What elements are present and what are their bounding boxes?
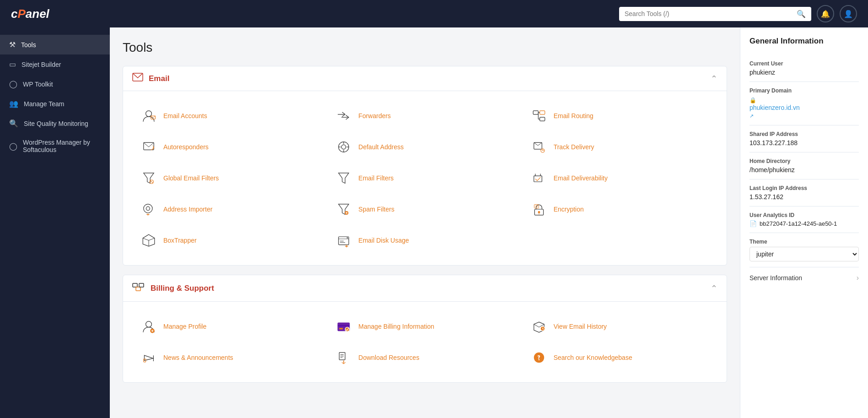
billing-section-toggle[interactable]: ⌃ xyxy=(711,283,717,293)
email-section-icon xyxy=(132,73,143,84)
tool-email-accounts[interactable]: Email Accounts xyxy=(132,100,327,131)
sidebar: ⚒ Tools ▭ Sitejet Builder ◯ WP Toolkit 👥… xyxy=(0,27,110,418)
user-analytics-value: 📄 bb272047-1a12-4245-ae50-1 xyxy=(749,220,859,227)
spam-filters-icon xyxy=(334,200,353,218)
email-accounts-icon xyxy=(140,107,158,125)
search-input[interactable] xyxy=(625,10,793,17)
svg-point-1 xyxy=(146,111,152,117)
user-analytics-row: User Analytics ID 📄 bb272047-1a12-4245-a… xyxy=(749,206,859,233)
svg-rect-26 xyxy=(534,176,542,182)
email-section-header: Email ⌃ xyxy=(123,66,727,91)
email-routing-label: Email Routing xyxy=(554,112,593,119)
theme-row: Theme jupiter paper_lantern glass xyxy=(749,233,859,267)
billing-support-section: Billing & Support ⌃ xyxy=(123,275,727,383)
address-importer-icon xyxy=(140,200,158,218)
primary-domain-label: Primary Domain xyxy=(749,87,859,94)
svg-rect-60 xyxy=(338,325,350,326)
boxtrapper-icon xyxy=(140,231,158,250)
shared-ip-label: Shared IP Address xyxy=(749,131,859,137)
sidebar-item-sitejet[interactable]: ▭ Sitejet Builder xyxy=(0,54,110,74)
tool-spam-filters[interactable]: Spam Filters xyxy=(327,194,522,225)
sidebar-item-wptoolkit[interactable]: ◯ WP Toolkit xyxy=(0,74,110,94)
sidebar-item-label: Manage Team xyxy=(24,100,64,108)
server-info-row[interactable]: Server Information › xyxy=(749,267,859,288)
default-address-icon xyxy=(334,138,353,156)
svg-text:?: ? xyxy=(537,354,540,360)
home-dir-label: Home Directory xyxy=(749,158,859,164)
default-address-label: Default Address xyxy=(358,143,404,151)
track-delivery-icon xyxy=(530,138,548,156)
svg-rect-7 xyxy=(539,117,545,121)
sidebar-item-tools[interactable]: ⚒ Tools xyxy=(0,35,110,54)
autoresponders-label: Autoresponders xyxy=(163,143,209,151)
email-accounts-label: Email Accounts xyxy=(163,112,207,119)
tool-track-delivery[interactable]: Track Delivery xyxy=(523,131,717,163)
tool-autoresponders[interactable]: Autoresponders xyxy=(132,131,327,163)
wrench-icon: ⚒ xyxy=(9,40,16,49)
external-link-icon: ↗ xyxy=(749,113,754,119)
search-knowledgebase-icon: ? xyxy=(530,348,548,367)
search-button[interactable]: 🔍 xyxy=(797,10,806,18)
manage-billing-icon xyxy=(334,317,353,336)
content-area: Tools Email ⌃ xyxy=(110,27,868,418)
tool-manage-billing[interactable]: Manage Billing Information xyxy=(327,311,522,342)
page-title: Tools xyxy=(123,40,727,55)
billing-section-header-left: Billing & Support xyxy=(132,282,214,295)
notification-button[interactable]: 🔔 xyxy=(817,5,834,22)
tool-address-importer[interactable]: Address Importer xyxy=(132,194,327,225)
encryption-icon xyxy=(530,200,548,218)
track-delivery-label: Track Delivery xyxy=(554,143,594,151)
svg-marker-25 xyxy=(339,173,349,183)
doc-icon: 📄 xyxy=(749,220,757,227)
user-button[interactable]: 👤 xyxy=(840,5,857,22)
tool-encryption[interactable]: Encryption xyxy=(523,194,717,225)
tool-search-knowledgebase[interactable]: ? Search our Knowledgebase xyxy=(523,342,717,373)
primary-domain-link[interactable]: phukienzero.id.vn xyxy=(749,104,859,111)
sidebar-item-manage-team[interactable]: 👥 Manage Team xyxy=(0,94,110,114)
tool-news-announcements[interactable]: News & Announcements xyxy=(132,342,327,373)
last-login-ip-label: Last Login IP Address xyxy=(749,185,859,191)
email-filters-icon xyxy=(334,169,353,187)
svg-line-24 xyxy=(150,180,153,183)
tool-email-filters[interactable]: Email Filters xyxy=(327,163,522,194)
tool-boxtrapper[interactable]: BoxTrapper xyxy=(132,225,327,256)
sidebar-item-site-quality[interactable]: 🔍 Site Quality Monitoring xyxy=(0,114,110,133)
email-routing-icon xyxy=(530,107,548,125)
tool-manage-profile[interactable]: Manage Profile xyxy=(132,311,327,342)
wp-icon: ◯ xyxy=(9,80,17,88)
tool-email-deliverability[interactable]: Email Deliverability xyxy=(523,163,717,194)
svg-marker-22 xyxy=(144,173,154,183)
email-section: Email ⌃ xyxy=(123,66,727,266)
tool-download-resources[interactable]: Download Resources xyxy=(327,342,522,373)
tool-default-address[interactable]: Default Address xyxy=(327,131,522,163)
manage-profile-label: Manage Profile xyxy=(163,323,206,330)
svg-point-13 xyxy=(342,145,346,149)
svg-rect-5 xyxy=(533,111,538,114)
tool-global-email-filters[interactable]: Global Email Filters xyxy=(132,163,327,194)
email-section-toggle[interactable]: ⌃ xyxy=(711,74,717,84)
tool-forwarders[interactable]: Forwarders xyxy=(327,100,522,131)
home-dir-value: /home/phukienz xyxy=(749,166,859,174)
sidebar-item-label: Site Quality Monitoring xyxy=(24,120,88,127)
main-layout: ⚒ Tools ▭ Sitejet Builder ◯ WP Toolkit 👥… xyxy=(0,27,868,418)
tool-view-email-history[interactable]: View Email History xyxy=(523,311,717,342)
email-filters-label: Email Filters xyxy=(358,174,394,182)
tool-email-routing[interactable]: Email Routing xyxy=(523,100,717,131)
svg-rect-6 xyxy=(539,111,545,114)
svg-rect-53 xyxy=(136,287,140,291)
sidebar-item-wp-manager[interactable]: ◯ WordPress Manager by Softaculous xyxy=(0,133,110,159)
theme-select[interactable]: jupiter paper_lantern glass xyxy=(749,247,859,261)
billing-section-header: Billing & Support ⌃ xyxy=(123,275,727,302)
svg-point-29 xyxy=(144,204,152,213)
sitejet-icon: ▭ xyxy=(9,60,16,69)
lock-icon: 🔒 xyxy=(749,97,756,103)
svg-point-62 xyxy=(345,327,350,332)
sidebar-item-label: WordPress Manager by Softaculous xyxy=(23,139,101,153)
email-deliverability-icon xyxy=(530,169,548,187)
news-announcements-label: News & Announcements xyxy=(163,354,233,361)
tool-email-disk-usage[interactable]: Email Disk Usage xyxy=(327,225,522,256)
sidebar-item-label: Sitejet Builder xyxy=(22,61,61,68)
global-email-filters-label: Global Email Filters xyxy=(163,174,219,182)
last-login-ip-value: 1.53.27.162 xyxy=(749,193,859,201)
svg-rect-61 xyxy=(340,328,343,329)
